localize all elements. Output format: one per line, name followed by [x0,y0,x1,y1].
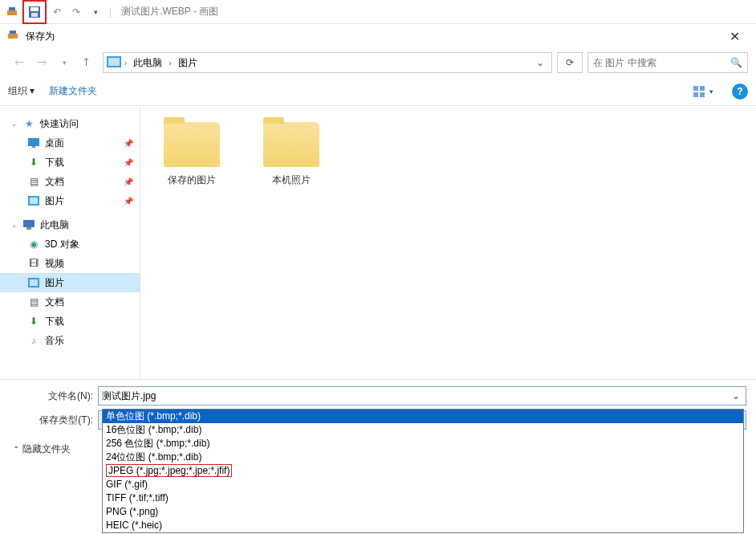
view-options-button[interactable]: ▾ [689,84,717,100]
paint-app-icon [3,3,21,21]
caret-icon: ⌄ [11,221,18,229]
sidebar-label: 3D 对象 [45,238,79,251]
download-icon: ⬇ [27,156,40,169]
sidebar-this-pc[interactable]: ⌄ 此电脑 [0,215,140,234]
filetype-option-jpeg[interactable]: JPEG (*.jpg;*.jpeg;*.jpe;*.jfif) [103,464,743,478]
up-button[interactable]: 🡑 [75,52,98,73]
svg-rect-20 [30,279,38,286]
filetype-option[interactable]: 16色位图 (*.bmp;*.dib) [103,423,743,437]
pictures-icon [27,194,40,207]
sidebar-downloads[interactable]: ⬇ 下载 📌 [0,153,140,172]
svg-rect-17 [23,220,35,227]
svg-rect-13 [28,138,39,146]
filetype-dropdown: 单色位图 (*.bmp;*.dib) 16色位图 (*.bmp;*.dib) 2… [102,409,744,533]
sidebar-documents[interactable]: ▤ 文档 📌 [0,172,140,191]
back-button[interactable]: 🡐 [8,52,30,73]
chevron-down-icon[interactable]: ⌄ [730,390,742,402]
pin-icon: 📌 [124,197,133,206]
forward-button[interactable]: 🡒 [30,52,53,73]
folder-label: 本机照片 [251,173,331,187]
pc-icon [22,218,35,231]
document-icon: ▤ [27,175,40,188]
pictures-icon [27,276,40,289]
search-box[interactable]: 🔍 [587,52,748,73]
sidebar-desktop[interactable]: 桌面 📌 [0,133,140,153]
organize-menu[interactable]: 组织 ▾ [8,84,35,98]
filetype-option[interactable]: PNG (*.png) [103,505,743,519]
breadcrumb-pictures[interactable]: 图片 [175,55,201,71]
filetype-option[interactable]: TIFF (*.tif;*.tiff) [103,491,743,505]
filetype-option[interactable]: 256 色位图 (*.bmp;*.dib) [103,437,743,450]
svg-rect-16 [30,198,38,204]
sidebar-pictures-pc[interactable]: 图片 [0,273,140,292]
breadcrumb-this-pc[interactable]: 此电脑 [130,55,165,71]
folder-camera-roll[interactable]: 本机照片 [251,117,331,187]
svg-rect-18 [26,227,31,230]
sidebar-videos[interactable]: 🎞 视频 [0,254,140,273]
sidebar-music[interactable]: ♪ 音乐 [0,331,140,350]
chevron-up-icon: ⌃ [13,445,19,454]
filetype-option[interactable]: 24位位图 (*.bmp;*.dib) [103,450,743,464]
caret-icon: ⌄ [11,120,18,128]
star-icon: ★ [22,117,35,130]
quick-access-toolbar: ↶ ↷ ▾ | [3,0,115,24]
filename-input[interactable] [102,390,730,402]
hide-folders-label: 隐藏文件夹 [22,442,71,456]
video-icon: 🎞 [27,257,40,270]
address-bar[interactable]: › 此电脑 › 图片 ⌄ [103,52,552,73]
pictures-location-icon [107,56,121,69]
svg-rect-14 [32,146,35,148]
filename-label: 文件名(N): [10,389,98,403]
new-folder-button[interactable]: 新建文件夹 [49,84,97,98]
sidebar-pictures[interactable]: 图片 📌 [0,191,140,210]
sidebar-quick-access[interactable]: ⌄ ★ 快速访问 [0,114,140,133]
close-button[interactable]: ✕ [720,26,750,47]
search-input[interactable] [593,57,730,68]
qat-dropdown-icon[interactable]: ▾ [87,3,104,21]
folder-label: 保存的图片 [152,173,232,187]
search-icon[interactable]: 🔍 [730,57,742,68]
sidebar-label: 下载 [45,156,64,169]
redo-icon[interactable]: ↷ [67,3,85,21]
download-icon: ⬇ [27,315,40,328]
folder-content: 保存的图片 本机照片 [140,106,756,379]
svg-rect-9 [693,86,698,91]
refresh-button[interactable]: ⟳ [557,52,583,73]
help-button[interactable]: ? [732,84,748,100]
desktop-icon [27,137,40,149]
sidebar-label: 文档 [45,296,64,309]
sidebar-label: 快速访问 [40,117,79,131]
save-icon[interactable] [26,3,43,21]
chevron-right-icon[interactable]: › [169,59,171,67]
svg-rect-8 [108,58,120,66]
sidebar-label: 音乐 [45,334,64,348]
folder-saved-pictures[interactable]: 保存的图片 [152,117,232,187]
address-dropdown-icon[interactable]: ⌄ [532,57,548,68]
svg-rect-11 [693,92,698,97]
sidebar-label: 视频 [45,257,64,271]
dialog-title-text: 保存为 [26,30,55,43]
chevron-right-icon[interactable]: › [124,59,127,67]
recent-dropdown-icon[interactable]: ▾ [53,52,75,73]
filetype-option[interactable]: HEIC (*.heic) [103,519,743,532]
sidebar-label: 图片 [45,194,64,208]
save-button-highlight [22,0,47,24]
svg-rect-6 [10,31,16,34]
navigation-bar: 🡐 🡒 ▾ 🡑 › 此电脑 › 图片 ⌄ ⟳ 🔍 [0,48,756,77]
chevron-down-icon: ▾ [709,88,713,96]
sidebar-downloads-pc[interactable]: ⬇ 下载 [0,312,140,331]
sidebar-3d-objects[interactable]: ◉ 3D 对象 [0,234,140,254]
folder-icon [164,122,220,167]
filetype-label: 保存类型(T): [10,414,98,427]
filename-combo[interactable]: ⌄ [98,386,746,406]
undo-icon[interactable]: ↶ [48,3,66,21]
pin-icon: 📌 [124,158,133,167]
sidebar-documents-pc[interactable]: ▤ 文档 [0,292,140,312]
music-icon: ♪ [27,334,40,347]
paint-titlebar: ↶ ↷ ▾ | 测试图片.WEBP - 画图 [0,0,756,24]
dialog-titlebar: 保存为 ✕ [0,24,756,48]
sidebar-label: 桌面 [45,137,64,150]
filetype-option[interactable]: 单色位图 (*.bmp;*.dib) [103,410,743,423]
paint-window-title: 测试图片.WEBP - 画图 [121,5,218,18]
filetype-option[interactable]: GIF (*.gif) [103,478,743,491]
